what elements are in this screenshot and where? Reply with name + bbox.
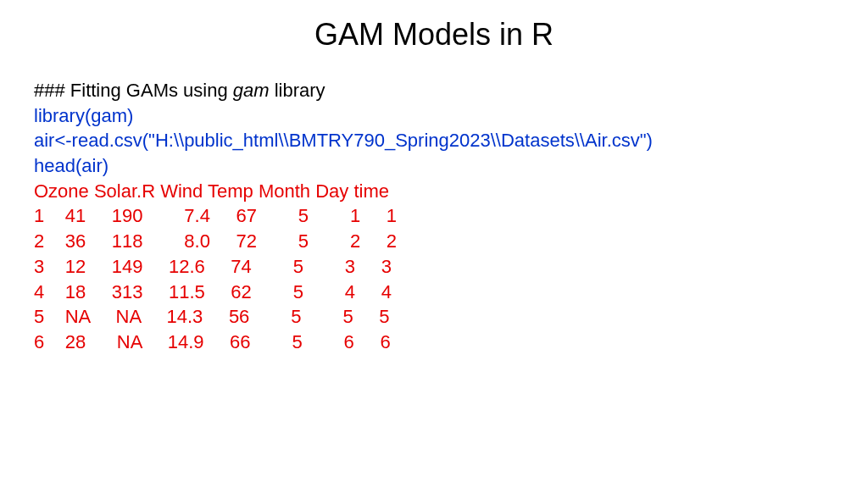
- code-line-3: head(air): [34, 153, 834, 179]
- table-row: 4 18 313 11.5 62 5 4 4: [34, 280, 834, 305]
- code-line-2: air<-read.csv("H:\\public_html\\BMTRY790…: [34, 128, 834, 153]
- output-header: Ozone Solar.R Wind Temp Month Day time: [34, 179, 834, 204]
- slide: GAM Models in R ### Fitting GAMs using g…: [0, 0, 868, 488]
- slide-content: ### Fitting GAMs using gam library libra…: [34, 78, 834, 355]
- section-heading: ### Fitting GAMs using gam library: [34, 78, 834, 103]
- section-italic: gam: [233, 80, 270, 101]
- slide-title: GAM Models in R: [34, 17, 834, 53]
- table-row: 2 36 118 8.0 72 5 2 2: [34, 229, 834, 254]
- table-row: 6 28 NA 14.9 66 5 6 6: [34, 330, 834, 355]
- code-line-1: library(gam): [34, 103, 834, 129]
- section-prefix: ### Fitting GAMs using: [34, 80, 233, 101]
- table-row: 1 41 190 7.4 67 5 1 1: [34, 203, 834, 229]
- section-suffix: library: [270, 80, 326, 101]
- table-row: 5 NA NA 14.3 56 5 5 5: [34, 304, 834, 330]
- table-row: 3 12 149 12.6 74 5 3 3: [34, 254, 834, 280]
